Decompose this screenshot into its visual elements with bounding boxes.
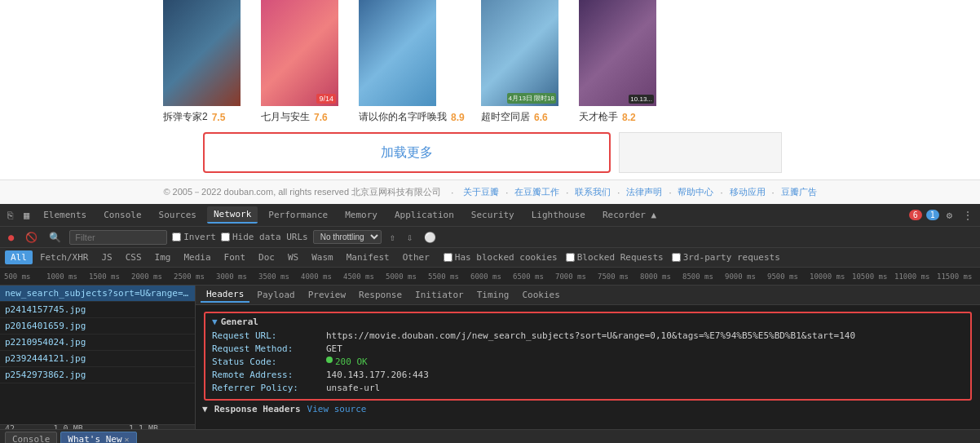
type-tab-font[interactable]: Font [219, 250, 252, 264]
detail-tab-response[interactable]: Response [353, 288, 408, 302]
load-more-button[interactable]: 加载更多 [381, 144, 433, 162]
request-method-key: Request Method: [212, 343, 326, 354]
movie-rating-4: 6.6 [534, 112, 548, 123]
network-row-0[interactable]: new_search_subjects?sort=U&range=0,10&ta… [0, 286, 195, 302]
type-tab-js[interactable]: JS [95, 250, 117, 264]
movie-row: 拆弹专家2 7.5 9/14 七月与安生 7.6 请以你的名字呼唤我 8.9 4… [0, 0, 980, 124]
type-tab-wasm[interactable]: Wasm [306, 250, 339, 264]
footer-link-mobile[interactable]: 移动应用 [730, 186, 766, 198]
network-row-2[interactable]: p2016401659.jpg [0, 318, 195, 334]
record-icon[interactable]: ● [5, 230, 17, 245]
timeline-tick-6: 3500 ms [257, 272, 299, 281]
tab-lighthouse[interactable]: Lighthouse [525, 207, 592, 223]
timeline-tick-8: 4500 ms [342, 272, 384, 281]
collapse-icon-2[interactable]: ▼ [202, 404, 208, 414]
network-row-name-2: p2016401659.jpg [5, 321, 190, 331]
throttle-select[interactable]: No throttling [313, 230, 382, 244]
filter-input[interactable] [69, 230, 167, 245]
detail-tab-initiator[interactable]: Initiator [409, 288, 470, 302]
third-party-requests[interactable]: 3rd-party requests [672, 252, 780, 263]
timeline-tick-18: 9500 ms [766, 272, 808, 281]
tab-security[interactable]: Security [465, 207, 521, 223]
dt-icon-device[interactable]: ▦ [20, 208, 33, 223]
type-tab-doc[interactable]: Doc [253, 250, 280, 264]
network-row-name-3: p2210954024.jpg [5, 337, 190, 348]
dt-icon-import[interactable]: ⇧ [386, 230, 399, 245]
referrer-policy-value: unsafe-url [326, 383, 380, 393]
type-tab-manifest[interactable]: Manifest [341, 250, 395, 264]
footer-link-ad[interactable]: 豆瓣广告 [781, 186, 817, 198]
tab-application[interactable]: Application [388, 207, 461, 223]
timeline-tick-7: 4000 ms [299, 272, 342, 281]
detail-tab-headers[interactable]: Headers [201, 287, 249, 303]
timeline-tick-13: 7000 ms [554, 272, 596, 281]
type-tab-ws[interactable]: WS [282, 250, 304, 264]
hide-data-urls-checkbox[interactable]: Hide data URLs [221, 232, 308, 242]
clear-icon[interactable]: 🚫 [22, 230, 41, 245]
movie-poster-3 [359, 0, 436, 106]
sidebar-placeholder [619, 132, 782, 173]
detail-tab-timing[interactable]: Timing [471, 288, 515, 302]
type-tab-other[interactable]: Other [397, 250, 435, 264]
timeline-tick-11: 6000 ms [469, 272, 511, 281]
bottom-tab-close-icon[interactable]: ✕ [125, 435, 130, 443]
type-tab-media[interactable]: Media [178, 250, 216, 264]
timeline-tick-3: 2000 ms [130, 272, 172, 281]
network-row-3[interactable]: p2210954024.jpg [0, 334, 195, 351]
movie-title-row-5: 天才枪手 8.2 [579, 110, 636, 124]
view-source-link[interactable]: View source [307, 404, 367, 414]
movie-item-3[interactable]: 请以你的名字呼唤我 8.9 [359, 0, 465, 124]
movie-item-4[interactable]: 4月13日 限时18 超时空同居 6.6 [481, 0, 563, 124]
general-label: General [221, 317, 258, 327]
filter-icon[interactable]: 🔍 [46, 230, 64, 245]
movie-title-row-1: 拆弹专家2 7.5 [163, 110, 225, 124]
tab-performance[interactable]: Performance [262, 207, 334, 223]
footer-link-work[interactable]: 在豆瓣工作 [514, 186, 559, 198]
type-tab-all[interactable]: All [5, 250, 33, 264]
invert-checkbox[interactable]: Invert [172, 232, 216, 242]
movie-item-1[interactable]: 拆弹专家2 7.5 [163, 0, 245, 124]
dt-icon-inspect[interactable]: ⎘ [4, 208, 16, 223]
dt-icon-more[interactable]: ⋮ [960, 208, 976, 223]
network-list: new_search_subjects?sort=U&range=0,10&ta… [0, 286, 195, 424]
tab-sources[interactable]: Sources [152, 207, 203, 223]
footer-link-about[interactable]: 关于豆瓣 [463, 186, 499, 198]
movie-item-5[interactable]: 10.13... 天才枪手 8.2 [579, 0, 660, 124]
request-method-row: Request Method: GET [212, 343, 964, 354]
timeline-tick-14: 7500 ms [596, 272, 638, 281]
detail-tab-cookies[interactable]: Cookies [516, 288, 565, 302]
footer-link-legal[interactable]: 法律声明 [626, 186, 662, 198]
movie-poster-2: 9/14 [261, 0, 338, 106]
timeline-tick-20: 10500 ms [850, 272, 893, 281]
tab-elements[interactable]: Elements [37, 207, 93, 223]
type-tab-css[interactable]: CSS [120, 250, 148, 264]
footer-link-contact[interactable]: 联系我们 [575, 186, 611, 198]
tab-memory[interactable]: Memory [338, 207, 384, 223]
footer-link-help[interactable]: 帮助中心 [678, 186, 713, 198]
movie-title-2: 七月与安生 [261, 110, 310, 124]
status-code-key: Status Code: [212, 357, 326, 367]
movie-rating-5: 8.2 [622, 112, 636, 123]
blocked-requests[interactable]: Blocked Requests [566, 252, 664, 263]
movie-title-row-2: 七月与安生 7.6 [261, 110, 328, 124]
bottom-tab-console-label: Console [12, 434, 50, 443]
network-row-1[interactable]: p2414157745.jpg [0, 302, 195, 318]
has-blocked-cookies[interactable]: Has blocked cookies [444, 252, 558, 263]
detail-tab-payload[interactable]: Payload [251, 288, 300, 302]
movie-item-2[interactable]: 9/14 七月与安生 7.6 [261, 0, 342, 124]
tab-network[interactable]: Network [207, 206, 258, 224]
dt-icon-export[interactable]: ⇩ [404, 230, 416, 245]
bottom-tab-whatsnew[interactable]: What's New ✕ [60, 432, 136, 443]
type-tab-img[interactable]: Img [149, 250, 177, 264]
network-row-4[interactable]: p2392444121.jpg [0, 351, 195, 367]
collapse-icon[interactable]: ▼ [212, 317, 218, 327]
tab-console[interactable]: Console [97, 207, 148, 223]
network-row-name-5: p2542973862.jpg [5, 370, 190, 380]
dt-icon-settings[interactable]: ⚙ [943, 208, 956, 223]
type-tab-fetchxhr[interactable]: Fetch/XHR [34, 250, 95, 264]
bottom-tab-console[interactable]: Console [5, 432, 57, 443]
detail-tab-preview[interactable]: Preview [302, 288, 351, 302]
tab-recorder[interactable]: Recorder ▲ [596, 207, 663, 223]
dt-icon-clear2[interactable]: ⚪ [421, 230, 439, 245]
network-row-5[interactable]: p2542973862.jpg [0, 367, 195, 383]
